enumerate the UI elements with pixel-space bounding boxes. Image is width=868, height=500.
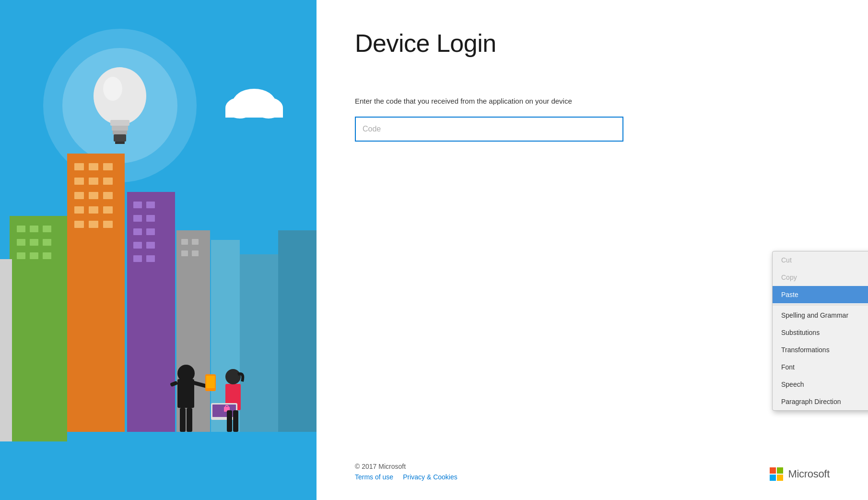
privacy-cookies-link[interactable]: Privacy & Cookies [403,473,457,481]
svg-rect-38 [133,255,142,262]
ms-grid-red [770,467,776,474]
svg-rect-16 [103,163,113,170]
right-panel: Device Login Enter the code that you rec… [317,0,868,500]
svg-rect-51 [43,239,51,246]
copyright-text: © 2017 Microsoft [355,463,457,470]
substitutions-label: Substitutions [781,329,820,336]
context-menu-copy[interactable]: Copy [773,269,868,286]
svg-rect-21 [89,192,98,199]
terms-of-use-link[interactable]: Terms of use [355,473,393,481]
footer: © 2017 Microsoft Terms of use Privacy & … [355,463,830,481]
context-menu-spelling[interactable]: Spelling and Grammar ▶ [773,307,868,324]
svg-rect-41 [181,239,188,245]
svg-rect-26 [74,221,84,228]
svg-rect-35 [146,228,155,235]
svg-rect-73 [227,410,232,432]
svg-rect-57 [240,254,278,432]
svg-rect-25 [103,206,113,214]
svg-rect-52 [17,252,25,259]
svg-rect-29 [127,192,175,432]
context-menu-speech[interactable]: Speech ▶ [773,376,868,393]
svg-rect-48 [43,226,51,232]
svg-rect-28 [103,221,113,228]
svg-rect-63 [180,408,186,432]
svg-rect-8 [115,142,125,144]
svg-rect-74 [233,410,238,432]
svg-rect-5 [112,126,128,131]
svg-point-3 [103,77,122,101]
microsoft-name: Microsoft [788,468,830,480]
paragraph-direction-label: Paragraph Direction [781,398,841,405]
svg-rect-49 [17,239,25,246]
speech-label: Speech [781,381,804,388]
svg-rect-36 [133,242,142,249]
svg-rect-15 [89,163,98,170]
svg-rect-19 [103,178,113,185]
font-label: Font [781,363,795,371]
ms-grid-blue [770,475,776,481]
svg-rect-6 [113,131,127,134]
context-menu-font[interactable]: Font ▶ [773,358,868,376]
context-menu-paragraph-direction[interactable]: Paragraph Direction ▶ [773,393,868,410]
context-menu: Cut Copy Paste Spelling and Grammar ▶ Su… [772,251,868,411]
copy-label: Copy [781,274,797,281]
svg-rect-34 [133,228,142,235]
footer-links: Terms of use Privacy & Cookies [355,473,457,481]
svg-rect-44 [192,250,199,256]
svg-rect-55 [0,259,12,441]
menu-separator-1 [773,305,868,305]
svg-point-60 [177,365,195,382]
svg-rect-12 [225,108,283,118]
svg-rect-46 [17,226,25,232]
svg-rect-37 [146,242,155,249]
footer-left: © 2017 Microsoft Terms of use Privacy & … [355,463,457,481]
svg-point-68 [225,369,241,384]
ms-grid-yellow [777,475,783,481]
svg-rect-24 [89,206,98,214]
svg-rect-31 [146,202,155,208]
cut-label: Cut [781,256,792,264]
svg-rect-32 [133,215,142,222]
context-menu-transformations[interactable]: Transformations ▶ [773,341,868,358]
svg-rect-27 [89,221,98,228]
svg-rect-42 [192,239,199,245]
svg-rect-43 [181,250,188,256]
svg-rect-50 [30,239,38,246]
svg-rect-45 [10,216,67,441]
left-illustration-panel [0,0,317,500]
page-title: Device Login [355,29,830,58]
paste-label: Paste [781,291,798,298]
svg-rect-58 [278,230,317,432]
svg-rect-53 [30,252,38,259]
svg-rect-66 [206,376,215,388]
spelling-label: Spelling and Grammar [781,311,848,319]
microsoft-logo: Microsoft [770,467,830,481]
svg-rect-33 [146,215,155,222]
microsoft-logo-grid [770,467,783,481]
svg-rect-4 [110,120,129,126]
svg-rect-20 [74,192,84,199]
svg-rect-64 [187,408,192,432]
code-input[interactable] [355,117,623,142]
svg-rect-23 [74,206,84,214]
context-menu-substitutions[interactable]: Substitutions ▶ [773,324,868,341]
svg-rect-17 [74,178,84,185]
ms-grid-green [777,467,783,474]
svg-rect-54 [43,252,51,259]
svg-rect-30 [133,202,142,208]
svg-rect-18 [89,178,98,185]
transformations-label: Transformations [781,346,830,354]
context-menu-paste[interactable]: Paste [773,286,868,303]
instruction-text: Enter the code that you received from th… [355,96,623,107]
svg-rect-39 [146,255,155,262]
svg-rect-7 [114,134,126,142]
context-menu-cut[interactable]: Cut [773,251,868,269]
svg-rect-47 [30,226,38,232]
svg-rect-14 [74,163,84,170]
svg-rect-22 [103,192,113,199]
